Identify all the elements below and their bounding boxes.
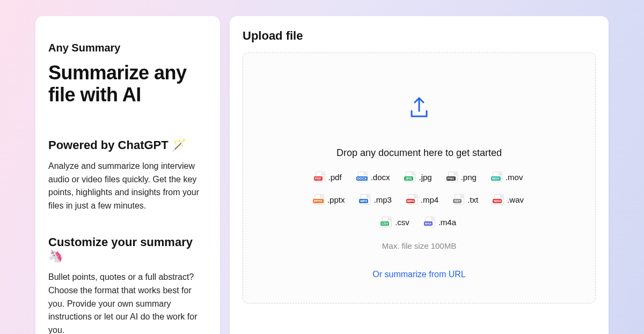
format-label: .pptx	[327, 195, 345, 204]
format-label: .mp3	[374, 195, 391, 204]
format-item: PDF.pdf	[316, 172, 342, 182]
format-label: .m4a	[438, 218, 456, 227]
file-type-icon: MOV	[493, 172, 502, 182]
format-item: TXT.txt	[455, 194, 478, 205]
format-item: M4A.m4a	[426, 217, 456, 227]
file-type-icon: MP4	[408, 194, 418, 205]
upload-title: Upload file	[243, 29, 596, 43]
format-item: DOCX.docx	[358, 172, 390, 182]
format-label: .wav	[507, 195, 524, 204]
section-customize-title: Customize your summary 🦄	[48, 235, 207, 263]
file-type-icon: JPG	[406, 172, 415, 182]
info-panel: Any Summary Summarize any file with AI P…	[35, 16, 220, 334]
format-item: PNG.png	[448, 172, 477, 182]
format-item: CSV.csv	[382, 217, 409, 227]
drop-message: Drop any document here to get started	[336, 147, 502, 159]
supported-formats: PDF.pdfDOCX.docxJPG.jpgPNG.pngMOV.movPPT…	[301, 172, 537, 227]
format-item: PPTX.pptx	[314, 194, 345, 205]
file-type-icon: CSV	[382, 217, 392, 227]
upload-icon	[407, 95, 431, 118]
file-type-icon: DOCX	[358, 172, 368, 182]
format-label: .mp4	[421, 195, 438, 204]
file-type-icon: PDF	[316, 172, 325, 182]
summarize-from-url-link[interactable]: Or summarize from URL	[372, 270, 465, 279]
upload-panel: Upload file Drop any document here to ge…	[230, 16, 609, 334]
format-label: .csv	[395, 218, 409, 227]
file-type-icon: TXT	[455, 194, 464, 205]
file-type-icon: MP3	[361, 194, 370, 205]
format-item: MP3.mp3	[361, 194, 391, 205]
headline: Summarize any file with AI	[48, 62, 207, 106]
file-dropzone[interactable]: Drop any document here to get started PD…	[243, 53, 596, 303]
section-customize-body: Bullet points, quotes or a full abstract…	[48, 271, 207, 334]
section-powered-title: Powered by ChatGPT 🪄	[48, 138, 207, 152]
format-item: MOV.mov	[493, 172, 523, 182]
section-powered-body: Analyze and summarize long interview aud…	[48, 160, 207, 213]
format-label: .mov	[506, 173, 523, 182]
format-label: .png	[461, 173, 477, 182]
file-type-icon: M4A	[426, 217, 435, 227]
format-item: WAV.wav	[494, 194, 524, 205]
brand-name: Any Summary	[48, 42, 207, 54]
format-item: MP4.mp4	[408, 194, 438, 205]
format-label: .docx	[371, 173, 390, 182]
format-item: JPG.jpg	[406, 172, 431, 182]
file-type-icon: PPTX	[314, 194, 324, 205]
file-type-icon: WAV	[494, 194, 504, 205]
format-label: .pdf	[328, 173, 342, 182]
file-type-icon: PNG	[448, 172, 458, 182]
format-label: .txt	[467, 195, 478, 204]
format-label: .jpg	[419, 173, 431, 182]
max-file-size: Max. file size 100MB	[382, 241, 456, 250]
